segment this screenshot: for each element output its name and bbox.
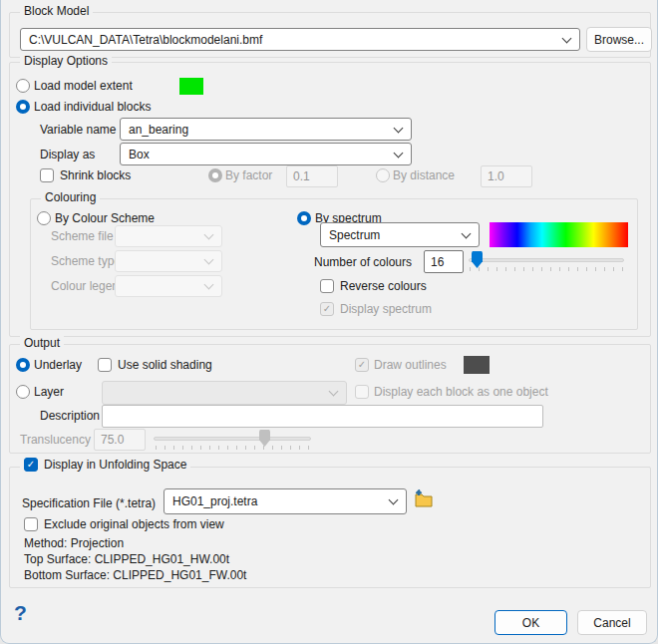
display-each-block-label: Display each block as one object (374, 385, 548, 399)
by-distance-input: 1.0 (481, 165, 532, 187)
by-distance-label: By distance (393, 168, 455, 182)
variable-name-value: an_bearing (129, 123, 188, 137)
description-label: Description (40, 409, 100, 423)
block-model-dialog: Block Model C:\VULCAN_DATA\Tetra\blockmo… (0, 0, 658, 644)
output-group-title: Output (20, 336, 64, 350)
number-of-colours-slider-handle[interactable] (472, 251, 483, 268)
variable-name-combobox[interactable]: an_bearing (120, 118, 412, 141)
display-in-unfolding-space-checkbox[interactable] (24, 458, 38, 472)
translucency-slider (154, 437, 311, 441)
exclude-original-objects-checkbox[interactable] (24, 517, 38, 531)
by-colour-scheme-radio[interactable] (37, 211, 51, 225)
translucency-label: Translucency (20, 433, 91, 447)
scheme-file-label: Scheme file (51, 229, 114, 243)
by-factor-radio (208, 168, 222, 182)
display-as-value: Box (129, 148, 150, 161)
spectrum-value: Spectrum (329, 228, 380, 242)
block-model-group: Block Model C:\VULCAN_DATA\Tetra\blockmo… (9, 12, 651, 58)
layer-radio[interactable] (16, 385, 30, 399)
specification-file-combobox[interactable]: HG01_proj.tetra (164, 488, 407, 514)
number-of-colours-slider[interactable] (469, 258, 624, 262)
block-model-path-combobox[interactable]: C:\VULCAN_DATA\Tetra\blockmodelani.bmf (20, 28, 580, 51)
display-each-block-checkbox (355, 385, 369, 399)
scheme-type-label: Scheme type (51, 254, 121, 268)
underlay-radio[interactable] (16, 358, 30, 372)
layer-label: Layer (34, 385, 64, 399)
unfolding-group: Display in Unfolding Space Specification… (9, 467, 651, 588)
specification-file-label: Specification File (*.tetra) (22, 496, 156, 510)
display-as-label: Display as (40, 148, 95, 161)
number-of-colours-input[interactable]: 16 (424, 250, 464, 273)
chevron-down-icon (329, 387, 339, 397)
output-group: Output Underlay Use solid shading Draw o… (9, 344, 651, 454)
colour-legend-combobox (115, 275, 222, 297)
load-individual-blocks-label: Load individual blocks (34, 100, 151, 114)
method-status-text: Method: Projection (24, 535, 124, 551)
draw-outlines-checkbox (355, 358, 369, 372)
outline-colour-swatch (464, 356, 490, 374)
slider-ticks (156, 446, 309, 450)
description-input[interactable] (102, 405, 543, 428)
chevron-down-icon (562, 33, 572, 43)
by-distance-radio (376, 168, 390, 182)
chevron-down-icon (204, 255, 214, 265)
by-colour-scheme-label: By Colour Scheme (55, 211, 155, 225)
exclude-original-objects-label: Exclude original objects from view (44, 517, 224, 531)
bottom-surface-status-text: Bottom Surface: CLIPPED_HG01_FW.00t (24, 567, 246, 583)
by-factor-label: By factor (225, 168, 272, 182)
browse-folder-button[interactable] (413, 489, 435, 509)
display-spectrum-label: Display spectrum (340, 302, 432, 316)
top-surface-status-text: Top Surface: CLIPPED_HG01_HW.00t (24, 551, 229, 567)
by-spectrum-radio[interactable] (297, 211, 311, 225)
chevron-down-icon (394, 123, 404, 133)
load-model-extent-radio[interactable] (16, 79, 30, 93)
chevron-down-icon (394, 148, 404, 158)
chevron-down-icon (204, 230, 214, 240)
translucency-slider-handle (259, 430, 270, 447)
spectrum-gradient-preview (490, 222, 628, 247)
load-model-extent-label: Load model extent (34, 79, 133, 93)
shrink-blocks-checkbox[interactable] (40, 168, 54, 182)
block-model-path-value: C:\VULCAN_DATA\Tetra\blockmodelani.bmf (29, 33, 262, 47)
layer-combobox (102, 381, 347, 405)
chevron-down-icon (204, 280, 214, 290)
ok-button[interactable]: OK (494, 610, 567, 635)
display-spectrum-checkbox (320, 302, 334, 316)
spectrum-combobox[interactable]: Spectrum (320, 222, 480, 247)
by-factor-input: 0.1 (286, 165, 338, 187)
slider-ticks (470, 267, 623, 271)
use-solid-shading-checkbox[interactable] (98, 358, 112, 372)
scheme-file-combobox (115, 225, 222, 247)
specification-file-value: HG01_proj.tetra (172, 494, 257, 508)
translucency-input: 75.0 (94, 429, 146, 451)
load-individual-blocks-radio[interactable] (16, 100, 30, 114)
draw-outlines-label: Draw outlines (374, 358, 447, 372)
shrink-blocks-label: Shrink blocks (60, 168, 131, 182)
unfolding-group-title: Display in Unfolding Space (20, 458, 190, 472)
open-folder-icon (413, 489, 435, 509)
reverse-colours-checkbox[interactable] (320, 279, 334, 293)
extent-colour-swatch[interactable] (179, 78, 203, 95)
number-of-colours-label: Number of colours (314, 255, 412, 269)
display-options-group-title: Display Options (20, 54, 112, 68)
block-model-group-title: Block Model (20, 4, 93, 18)
scheme-type-combobox (115, 250, 222, 272)
display-as-combobox[interactable]: Box (120, 143, 412, 165)
help-button[interactable]: ? (14, 602, 27, 623)
display-options-group: Display Options Load model extent Load i… (9, 62, 651, 337)
reverse-colours-label: Reverse colours (340, 279, 427, 293)
chevron-down-icon (462, 228, 472, 238)
variable-name-label: Variable name (40, 123, 117, 137)
chevron-down-icon (389, 495, 399, 505)
colouring-group: Colouring By Colour Scheme Scheme file S… (30, 198, 638, 330)
underlay-label: Underlay (34, 358, 82, 372)
cancel-button[interactable]: Cancel (577, 610, 647, 635)
colouring-group-title: Colouring (41, 190, 100, 204)
use-solid-shading-label: Use solid shading (118, 358, 212, 372)
browse-button[interactable]: Browse... (586, 27, 652, 52)
